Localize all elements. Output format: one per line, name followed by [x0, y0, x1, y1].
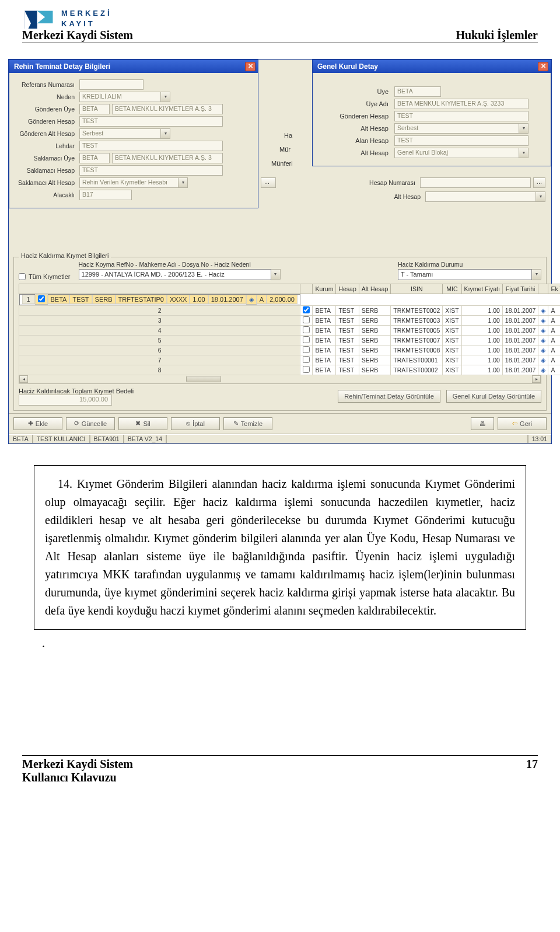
durum-select[interactable]: T - Tamamı	[398, 269, 532, 280]
grid-col-header[interactable]: Hesap	[336, 284, 359, 294]
dialog-genel-titlebar[interactable]: Genel Kurul Detay ✕	[313, 60, 551, 73]
neden-field[interactable]: KREDİLİ ALIM	[79, 92, 161, 102]
table-row[interactable]: 5BETATESTSERBTRKMTEST0007XIST1.0018.01.2…	[19, 335, 561, 345]
gonderenhesap-field[interactable]: TEST	[79, 116, 223, 127]
chevron-down-icon[interactable]: ▾	[161, 92, 170, 102]
grid-col-header[interactable]	[300, 284, 313, 294]
row-checkbox-cell[interactable]	[300, 315, 313, 325]
r-alt2-field[interactable]: Genel Kurul Blokaj	[394, 148, 519, 158]
chevron-down-icon[interactable]: ▾	[178, 177, 188, 188]
ekle-button[interactable]: ✚Ekle	[13, 417, 62, 430]
row-checkbox-cell[interactable]	[300, 325, 313, 335]
row-checkbox[interactable]	[303, 346, 310, 353]
table-row[interactable]: 1BETATESTSERBTRFTESTATIP0XXXX1.0018.01.2…	[19, 294, 300, 305]
print-button[interactable]: 🖶	[471, 417, 494, 430]
saklamaciuye-name[interactable]: BETA MENKUL KIYMETLER A.Ş. 3	[112, 153, 223, 163]
grid-col-header[interactable]: Kurum	[313, 284, 336, 294]
row-checkbox-cell[interactable]	[300, 365, 313, 375]
saklamaciuye-code[interactable]: BETA	[79, 153, 110, 163]
scroll-thumb[interactable]	[186, 376, 221, 382]
grid-col-header[interactable]: Alt Hesap	[359, 284, 391, 294]
grid-col-header[interactable]	[19, 284, 300, 294]
row-checkbox[interactable]	[303, 356, 310, 363]
row-checkbox-cell[interactable]	[300, 335, 313, 345]
refno-select[interactable]: 12999 - ANTALYA İCRA MD. - 2006/123 E. -…	[79, 269, 271, 280]
row-checkbox-cell[interactable]	[300, 345, 313, 355]
hesapno-lookup-button[interactable]: ...	[533, 177, 545, 188]
ellipsis-button[interactable]: ...	[261, 177, 276, 188]
table-row[interactable]: 2BETATESTSERBTRKMTEST0002XIST1.0018.01.2…	[19, 305, 561, 315]
table-row[interactable]: 4BETATESTSERBTRKMTEST0005XIST1.0018.01.2…	[19, 325, 561, 335]
detail-icon[interactable]: ◈	[538, 315, 548, 325]
rehin-detay-button[interactable]: Rehin/Teminat Detay Görüntüle	[338, 390, 440, 403]
table-row[interactable]: 7BETATESTSERBTRATEST00001XIST1.0018.01.2…	[19, 355, 561, 365]
detail-icon[interactable]: ◈	[246, 295, 257, 305]
cell-hesap: TEST	[336, 325, 359, 335]
chevron-down-icon[interactable]: ▾	[519, 148, 528, 158]
detail-icon[interactable]: ◈	[538, 325, 548, 335]
iptal-button[interactable]: ⦸İptal	[171, 417, 220, 430]
detail-icon[interactable]: ◈	[538, 345, 548, 355]
chevron-down-icon[interactable]: ▾	[161, 128, 170, 139]
lehdar-field[interactable]: TEST	[79, 141, 223, 151]
table-row[interactable]: 6BETATESTSERBTRKMTEST0008XIST1.0018.01.2…	[19, 345, 561, 355]
guncelle-button[interactable]: ⟳Güncelle	[66, 417, 115, 430]
dialog-rehin-teminat: Rehin Teminat Detay Bilgileri ✕ Referans…	[9, 60, 258, 208]
chevron-down-icon[interactable]: ▾	[519, 123, 528, 134]
cell-tarih: 18.01.2007	[502, 325, 538, 335]
scroll-left-icon[interactable]: ◂	[19, 375, 28, 383]
row-checkbox[interactable]	[303, 366, 310, 373]
gonderenuye-code[interactable]: BETA	[79, 104, 110, 114]
gonderenuye-name[interactable]: BETA MENKUL KIYMETLER A.Ş. 3	[112, 104, 223, 114]
row-checkbox-cell[interactable]	[35, 294, 48, 305]
row-checkbox-cell[interactable]	[300, 305, 313, 315]
althesap-dd-icon[interactable]: ▾	[536, 191, 545, 202]
saklamacialt-field[interactable]: Rehin Verilen Kıymetler Hesabı	[79, 177, 178, 188]
row-checkbox[interactable]	[38, 295, 45, 302]
detail-icon[interactable]: ◈	[538, 335, 548, 345]
sil-button[interactable]: ✖Sil	[118, 417, 167, 430]
tum-kiymetler-input[interactable]	[19, 273, 26, 280]
chevron-down-icon[interactable]: ▾	[532, 269, 541, 280]
cell-mic: XIST	[443, 365, 461, 375]
horizontal-scrollbar[interactable]: ◂ ▸	[19, 375, 541, 384]
detail-icon[interactable]: ◈	[538, 355, 548, 365]
table-row[interactable]: 8BETATESTSERBTRATEST00002XIST1.0018.01.2…	[19, 365, 561, 375]
row-checkbox[interactable]	[303, 316, 310, 323]
grid-col-header[interactable]: MIC	[443, 284, 461, 294]
r-alanhesap-field[interactable]: TEST	[394, 135, 528, 146]
grid-col-header[interactable]: Fiyat Tarihi	[502, 284, 538, 294]
saklamacihesap-field[interactable]: TEST	[79, 165, 223, 176]
row-checkbox[interactable]	[303, 306, 310, 313]
detail-icon[interactable]: ◈	[538, 365, 548, 375]
row-checkbox-cell[interactable]	[300, 355, 313, 365]
scroll-right-icon[interactable]: ▸	[532, 375, 541, 383]
row-checkbox[interactable]	[303, 326, 310, 333]
r-alt1-field[interactable]: Serbest	[394, 123, 519, 134]
r-uye-field[interactable]: BETA	[394, 86, 441, 97]
genel-kurul-detay-button[interactable]: Genel Kurul Detay Görüntüle	[446, 390, 541, 403]
close-icon[interactable]: ✕	[538, 62, 548, 71]
geri-button[interactable]: ⇦Geri	[498, 417, 547, 430]
dialog-rehin-titlebar[interactable]: Rehin Teminat Detay Bilgileri ✕	[9, 60, 258, 73]
row-checkbox[interactable]	[303, 336, 310, 343]
kiymet-grid[interactable]: KurumHesapAlt HesapISINMICKıymet FiyatıF…	[19, 284, 560, 375]
grid-col-header[interactable]: Ek Tanım	[548, 284, 560, 294]
ref-field[interactable]	[79, 79, 144, 90]
r-uyeadi-field[interactable]: BETA MENKUL KIYMETLER A.Ş. 3233	[394, 99, 528, 109]
grid-col-header[interactable]	[538, 284, 548, 294]
grid-col-header[interactable]: Kıymet Fiyatı	[461, 284, 502, 294]
r-gonderenhesap-field[interactable]: TEST	[394, 111, 528, 121]
althesap-field[interactable]	[425, 191, 536, 202]
table-row[interactable]: 3BETATESTSERBTRKMTEST0003XIST1.0018.01.2…	[19, 315, 561, 325]
chevron-down-icon[interactable]: ▾	[271, 269, 281, 280]
alacakli-field[interactable]: B17	[79, 190, 132, 200]
tum-kiymetler-checkbox[interactable]: Tüm Kıymetler	[19, 273, 71, 280]
hesapno-field[interactable]	[420, 177, 531, 188]
r-alt2-label: Alt Hesap	[318, 149, 394, 156]
temizle-button[interactable]: ✎Temizle	[223, 417, 272, 430]
close-icon[interactable]: ✕	[245, 62, 256, 71]
detail-icon[interactable]: ◈	[538, 305, 548, 315]
grid-col-header[interactable]: ISIN	[391, 284, 443, 294]
gonderenalt-field[interactable]: Serbest	[79, 128, 161, 139]
